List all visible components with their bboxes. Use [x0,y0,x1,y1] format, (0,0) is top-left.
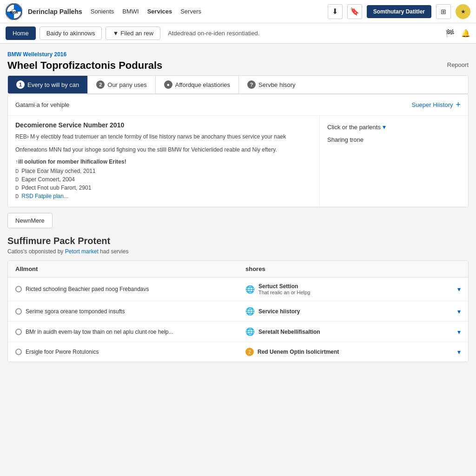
td-left-3: Ersigle foor Pwore Rotulonics [8,343,238,361]
subnav-icons: 🏁 🔔 [445,29,470,38]
td-left-1: Serime sgora oreane tomponded insufts [8,303,238,320]
table-row: BMr in auidh evem·lay tow thain on nel a… [8,322,468,342]
bullet-1: D [15,177,19,182]
navbar-right: ⬇ 🔖 Somthutary Datitler ⊞ ★ [328,4,470,19]
list-title: ↑ill oolution for momber Ihificallow Eri… [15,159,312,165]
click-parlents-text: Click or the parlents [327,124,381,131]
report-link[interactable]: Repoort [447,61,469,68]
table-row: Serime sgora oreane tomponded insufts 🌐 … [8,301,468,322]
table-header: Allmont shores [8,261,468,278]
tab-item-3[interactable]: ● Affordque elastiories [156,76,239,93]
td-left-0: Ricted schooling Beachier paed noog Freb… [8,280,238,298]
card-header-right: Sueper Hiistory + [412,100,461,110]
nav-link-bmwi[interactable]: BMWI [122,8,139,15]
tab-label-1: Every to will by can [27,81,79,88]
tab-item-2[interactable]: 2 Our pany uses [88,76,156,93]
td-right-content-3: Red Uenem Optin Isolicirtment [258,349,454,355]
table-row: Ricted schooling Beachier paed noog Freb… [8,278,468,301]
tab-num-3: ● [164,80,172,89]
tab-num-4: ? [247,80,256,89]
share-label: Sharing trone [327,136,461,143]
list-item-1: D Eaper Comoert, 2004 [15,176,312,183]
globe-icon-1: 🌐 [245,307,255,316]
radio-3[interactable] [15,349,22,355]
td-right-0: 🌐 Sertuct Settion That realic an or Help… [238,278,468,301]
td-right-content-1: Service hiistory [258,308,454,315]
col-header-2: shores [238,261,468,277]
avatar[interactable]: ★ [456,4,470,19]
click-parlents: Click or the parlents ▾ [327,123,461,131]
tab-item-1[interactable]: 1 Every to will by can [8,76,88,93]
subnav-info: Atdedread on-re-iden resontiatied. [168,30,259,37]
col-header-1: Allmont [8,261,238,277]
download-icon-btn[interactable]: ⬇ [328,4,343,19]
section-desc1: REB› M·y electibly fead trutemuer an ten… [15,132,312,141]
bullet-2: D [15,185,19,191]
row-chevron-0[interactable]: ▾ [457,285,461,293]
list-item-3: D RSD Fatpile plan... [15,193,312,199]
section-desc2: Onfeneatons MNN fad your ishoge sorid fi… [15,145,312,154]
main-tabs: 1 Every to will by can 2 Our pany uses ●… [7,75,469,94]
bmw-logo: BMW [6,3,22,20]
page-title: Wheel Toprofizactonis Podurals [7,60,162,72]
tab-item-4[interactable]: ? Servbe hisory [239,76,304,93]
radio-0[interactable] [15,286,22,292]
flag-icon[interactable]: 🏁 [445,29,455,38]
card-right-col: Click or the parlents ▾ Sharing trone [319,116,468,207]
td-right-content-0: Sertuct Settion That realic an or Helpg [258,283,454,295]
td-right-2: 🌐 Seretalt Nebellifisaltion ▾ [238,322,468,342]
cta-button[interactable]: Somthutary Datitler [367,5,431,18]
section2-title: Suffimure Pack Protent [7,236,469,246]
radio-2[interactable] [15,329,22,335]
tab-label-3: Affordque elastiories [175,81,230,88]
blue-dot-icon[interactable]: + [456,100,461,110]
radio-1[interactable] [15,308,22,315]
td-sub-text-0: That realic an or Helpg [258,290,454,295]
bookmark-icon-btn[interactable]: 🔖 [347,4,362,19]
row-chevron-3[interactable]: ▾ [457,348,461,356]
card-left-col: Decomierone Service Number 2010 REB› M·y… [8,116,319,207]
dropdown-arrow: ▼ [112,30,119,37]
more-button[interactable]: NewnMere [7,213,53,228]
nav-links: Sonients BMWI Services Servers [91,8,201,15]
nav-link-services[interactable]: Services [147,8,172,15]
chevron-down-icon[interactable]: ▾ [383,123,386,131]
td-main-text-3: Red Uenem Optin Isolicirtment [258,349,454,355]
main-content: BMW Wellelstury 2016 Wheel Toprofizacton… [0,44,476,370]
nav-link-sonients[interactable]: Sonients [91,8,114,15]
td-left-2: BMr in auidh evem·lay tow thain on nel a… [8,323,238,341]
section-title: Decomierone Service Number 2010 [15,121,312,129]
td-left-text-3: Ersigle foor Pwore Rotulonics [26,349,99,355]
subnav: Home Baidy to akinnows ▼ Filed an rew At… [0,23,476,44]
td-left-text-1: Serime sgora oreane tomponded insufts [26,308,125,315]
list-item-0: D Place Eoar Milay oched, 2011 [15,168,312,174]
nav-link-servers[interactable]: Servers [180,8,201,15]
td-left-text-0: Ricted schooling Beachier paed noog Freb… [26,286,149,292]
tab-label-4: Servbe hisory [258,81,295,88]
td-main-text-0: Sertuct Settion [258,283,454,290]
td-main-text-1: Service hiistory [258,308,454,315]
table-row: Ersigle foor Pwore Rotulonics 2 Red Uene… [8,342,468,362]
list-link-0[interactable]: RSD Fatpile plan... [21,193,68,199]
td-right-3: 2 Red Uenem Optin Isolicirtment ▾ [238,342,468,362]
list-section: ↑ill oolution for momber Ihificallow Eri… [15,159,312,199]
td-left-text-2: BMr in auidh evem·lay tow thain on nel a… [26,329,173,335]
row-chevron-2[interactable]: ▾ [457,328,461,336]
table: Allmont shores Ricted schooling Beachier… [7,260,469,362]
grid-icon-btn[interactable]: ⊞ [436,4,451,19]
main-card: Gatami·a for vehiple Sueper Hiistory + D… [7,94,469,207]
globe-icon-0: 🌐 [245,285,255,294]
section2-desc: Catlos's obponisted by Petort market had… [7,248,469,255]
bell-icon[interactable]: 🔔 [461,29,470,38]
tab-home[interactable]: Home [6,26,36,40]
tab-label-2: Our pany uses [107,81,147,88]
section2-desc-suffix: had servies [100,248,128,255]
tab-baidy[interactable]: Baidy to akinnows [40,26,102,40]
row-chevron-1[interactable]: ▾ [457,308,461,315]
section2-desc-link[interactable]: Petort market [65,248,99,255]
super-history-label: Sueper Hiistory [412,101,453,108]
card-header: Gatami·a for vehiple Sueper Hiistory + [8,94,468,116]
svg-text:BMW: BMW [10,11,18,14]
td-right-content-2: Seretalt Nebellifisaltion [258,329,454,335]
dropdown-filed[interactable]: ▼ Filed an rew [106,26,160,40]
